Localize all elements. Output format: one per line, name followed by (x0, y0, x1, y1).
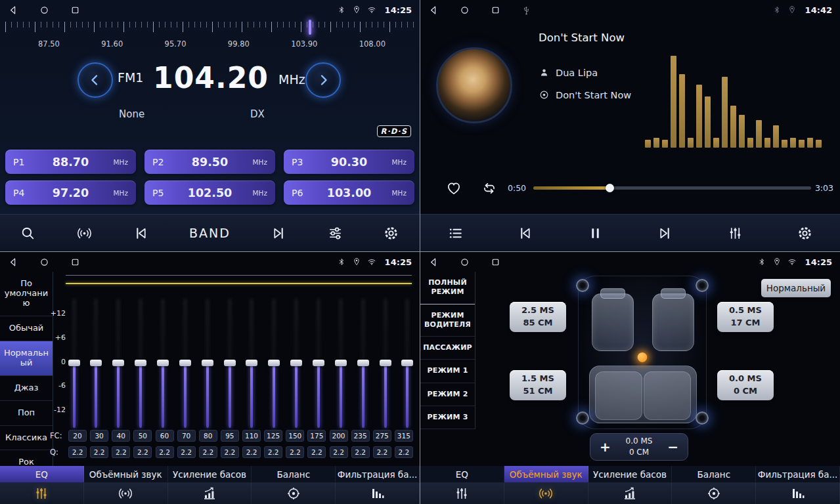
eq-band-slider[interactable] (202, 298, 213, 428)
home-circle-icon[interactable] (459, 257, 470, 268)
eq-q-value[interactable]: 2.2 (286, 446, 304, 458)
album-art[interactable] (436, 47, 512, 123)
eq-q-value[interactable]: 2.2 (90, 446, 108, 458)
tab-bass-boost[interactable]: Усиление басов (588, 466, 673, 482)
eq-q-value[interactable]: 2.2 (112, 446, 130, 458)
radio-preset-p1[interactable]: P1 88.70 MHz (5, 150, 136, 174)
eq-band-slider[interactable] (113, 298, 124, 428)
eq-preset-item[interactable]: Нормальный (0, 341, 53, 376)
front-right-delay-button[interactable]: 0.5 MS 17 CM (717, 302, 774, 332)
listening-mode-item[interactable]: ПОЛНЫЙ РЕЖИМ (420, 272, 475, 304)
home-circle-icon[interactable] (39, 257, 50, 268)
back-icon[interactable] (428, 257, 439, 268)
eq-band-slider[interactable] (246, 298, 257, 428)
tab-eq[interactable]: EQ (0, 466, 84, 482)
radio-preset-p6[interactable]: P6 103.00 MHz (284, 180, 414, 205)
eq-band-slider[interactable] (380, 298, 391, 428)
plus-icon[interactable]: + (600, 440, 611, 453)
eq-band-slider[interactable] (157, 298, 168, 428)
back-icon[interactable] (8, 257, 19, 268)
eq-band-slider[interactable] (335, 298, 346, 428)
tab-surround-sound[interactable]: Объёмный звук (504, 466, 588, 482)
tab-surround-sound-icon[interactable] (84, 483, 168, 504)
listening-mode-item[interactable]: РЕЖИМ 2 (420, 383, 475, 406)
tab-surround-sound-icon[interactable] (504, 483, 588, 504)
progress-bar[interactable] (533, 186, 811, 190)
settings-icon[interactable] (383, 225, 399, 242)
prev-track-icon[interactable] (517, 225, 533, 242)
listening-mode-item[interactable]: РЕЖИМ ВОДИТЕЛЯ (420, 304, 475, 337)
pause-icon[interactable] (587, 225, 604, 242)
repeat-icon[interactable] (481, 180, 498, 197)
tab-balance[interactable]: Баланс (252, 466, 336, 482)
tab-balance[interactable]: Баланс (672, 466, 756, 482)
eq-band-slider[interactable] (269, 298, 280, 428)
home-circle-icon[interactable] (39, 5, 50, 16)
tab-filter-icon[interactable] (336, 483, 420, 504)
eq-band-slider[interactable] (357, 298, 368, 428)
eq-q-value[interactable]: 2.2 (351, 446, 370, 458)
recents-square-icon[interactable] (490, 257, 501, 268)
surround-preset-button[interactable]: Нормальный (761, 279, 831, 297)
tab-bass-boost-icon[interactable] (168, 483, 252, 504)
eq-q-value[interactable]: 2.2 (242, 446, 261, 458)
listening-mode-item[interactable]: РЕЖИМ 3 (420, 406, 475, 429)
eq-band-slider[interactable] (135, 298, 146, 428)
playlist-icon[interactable] (447, 225, 464, 242)
band-button[interactable]: BAND (189, 226, 231, 240)
eq-band-slider[interactable] (224, 298, 235, 428)
eq-preset-item[interactable]: Поп (0, 401, 53, 426)
tab-filter[interactable]: Фильтрация ба... (756, 466, 840, 482)
tab-balance-icon[interactable] (672, 483, 756, 504)
tab-eq-icon[interactable] (0, 483, 84, 504)
minus-icon[interactable]: − (667, 440, 678, 453)
tab-filter[interactable]: Фильтрация ба... (336, 466, 420, 482)
next-track-icon[interactable] (657, 225, 673, 242)
eq-q-value[interactable]: 2.2 (264, 446, 282, 458)
eq-preset-item[interactable]: По умолчанию (0, 272, 53, 316)
eq-band-slider[interactable] (402, 298, 413, 428)
recents-square-icon[interactable] (70, 257, 81, 268)
eq-q-value[interactable]: 2.2 (221, 446, 239, 458)
frequency-scale[interactable]: 87.5091.6095.7099.80103.90108.00 (5, 22, 414, 52)
eq-q-value[interactable]: 2.2 (373, 446, 391, 458)
eq-q-value[interactable]: 2.2 (199, 446, 217, 458)
eq-band-slider[interactable] (291, 298, 302, 428)
eq-band-slider[interactable] (68, 298, 79, 428)
radio-preset-p5[interactable]: P5 102.50 MHz (144, 180, 275, 205)
mixer-icon[interactable] (727, 225, 743, 242)
listening-position-marker[interactable] (638, 352, 648, 362)
broadcast-icon[interactable] (76, 225, 93, 242)
tab-eq-icon[interactable] (420, 483, 504, 504)
eq-q-value[interactable]: 2.2 (395, 446, 413, 458)
tab-bass-boost-icon[interactable] (588, 483, 673, 504)
front-left-delay-button[interactable]: 2.5 MS 85 CM (510, 302, 566, 332)
rear-right-delay-button[interactable]: 0.0 MS 0 CM (717, 370, 774, 400)
radio-preset-p2[interactable]: P2 89.50 MHz (144, 150, 275, 174)
eq-preset-item[interactable]: Джаз (0, 376, 53, 401)
eq-q-value[interactable]: 2.2 (156, 446, 174, 458)
tune-up-button[interactable] (305, 62, 341, 98)
eq-band-slider[interactable] (91, 298, 102, 428)
tab-surround-sound[interactable]: Объёмный звук (84, 466, 168, 482)
next-track-icon[interactable] (271, 225, 287, 242)
back-icon[interactable] (8, 5, 19, 16)
tab-bass-boost[interactable]: Усиление басов (168, 466, 252, 482)
recents-square-icon[interactable] (70, 5, 81, 16)
eq-band-slider[interactable] (313, 298, 324, 428)
eq-preset-item[interactable]: Обычай (0, 316, 53, 341)
heart-icon[interactable] (445, 180, 462, 197)
tab-eq[interactable]: EQ (420, 466, 504, 482)
eq-q-value[interactable]: 2.2 (307, 446, 326, 458)
back-icon[interactable] (428, 5, 439, 16)
tune-down-button[interactable] (77, 62, 113, 98)
radio-preset-p3[interactable]: P3 90.30 MHz (284, 150, 414, 174)
settings-icon[interactable] (797, 225, 813, 242)
listening-mode-item[interactable]: РЕЖИМ 1 (420, 360, 475, 383)
prev-track-icon[interactable] (133, 225, 149, 242)
eq-q-value[interactable]: 2.2 (330, 446, 348, 458)
radio-preset-p4[interactable]: P4 97.20 MHz (5, 180, 136, 205)
recents-square-icon[interactable] (490, 5, 501, 16)
eq-q-value[interactable]: 2.2 (177, 446, 196, 458)
eq-band-slider[interactable] (179, 298, 190, 428)
